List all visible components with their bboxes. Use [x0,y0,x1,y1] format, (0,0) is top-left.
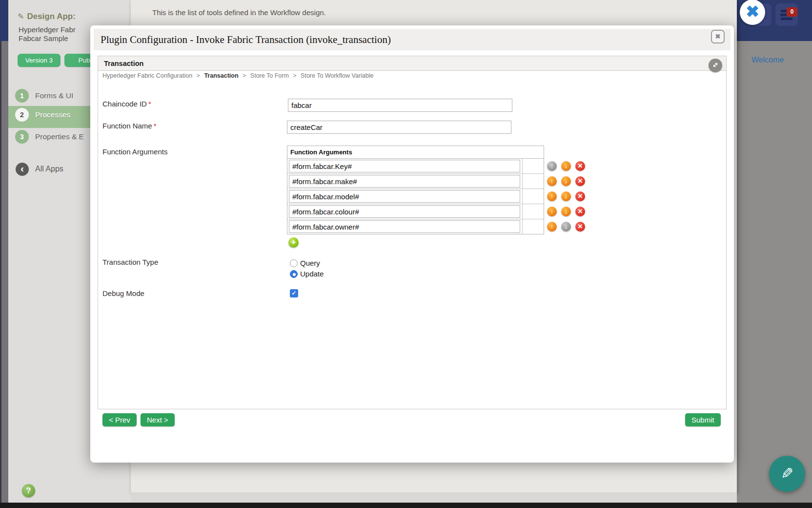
table-row [287,189,544,204]
welcome-link[interactable]: Welcome [751,56,784,64]
left-edge-strip [0,41,8,508]
tools-description-text: This is the list of tools defined in the… [152,8,326,17]
delete-row-icon[interactable]: ✕ [575,191,585,201]
next-button[interactable]: Next > [141,413,175,426]
required-marker: * [148,100,151,108]
step-number: 2 [15,108,29,122]
wizard-breadcrumb: Hyperledger Fabric Configuration > Trans… [102,72,373,79]
table-header: Function Arguments [287,146,544,159]
back-arrow-icon: ‹ [16,163,29,176]
argument-input[interactable] [289,220,520,233]
sidebar-item-label: Properties & E [35,132,84,141]
below-panel-strip [131,492,737,503]
section-title: Transaction [104,56,143,71]
debug-mode-label: Debug Mode [102,289,144,297]
move-down-icon: ↓ [561,222,571,232]
row-controls: ↑ ↓ ✕ [547,207,596,216]
delete-row-icon[interactable]: ✕ [575,176,585,186]
dialog-close-button[interactable]: ✖ [711,30,725,43]
debug-mode-checkbox[interactable]: ✓ [290,289,298,297]
function-name-label: Function Name* [102,122,157,130]
help-button[interactable]: ? [22,484,35,497]
breadcrumb-segment: Store To Workflow Variable [301,72,373,79]
breadcrumb-segment: Store To Form [250,72,289,79]
table-row [287,174,544,189]
design-app-heading: ✎Design App: [18,12,76,21]
app-name-line2: Fabcar Sample [19,34,76,43]
add-argument-button[interactable]: + [288,237,299,248]
section-header: Transaction [98,56,726,71]
breadcrumb-separator: > [293,72,296,79]
argument-input[interactable] [289,175,520,188]
required-marker: * [154,122,157,130]
move-up-icon[interactable]: ↑ [547,222,557,232]
sidebar-item-label: Processes [35,110,70,119]
breadcrumb-separator: > [197,72,200,79]
argument-input[interactable] [289,190,520,203]
row-controls: ↑ ↓ ✕ [547,222,596,232]
chaincode-id-label: Chaincode ID* [102,100,151,108]
app-name-line1: Hyperledger Fabr [19,25,76,34]
argument-input[interactable] [289,160,520,172]
move-down-icon[interactable]: ↓ [561,176,571,186]
move-down-icon[interactable]: ↓ [561,207,571,216]
app-name: Hyperledger Fabr Fabcar Sample [19,25,76,43]
move-up-icon[interactable]: ↑ [547,191,557,201]
notification-badge: 0 [787,7,797,17]
close-x-icon: ✖ [746,2,759,21]
table-row [287,159,544,174]
table-row [287,219,544,234]
edit-fab-button[interactable]: ✎ [769,456,805,492]
sidebar-item-label: Forms & UI [35,91,73,100]
dialog-titlebar: Plugin Configuration - Invoke Fabric Tra… [94,29,731,50]
function-arguments-table: Function Arguments [287,146,544,234]
pencil-icon: ✎ [781,456,793,492]
step-number: 3 [15,130,29,144]
submit-button[interactable]: Submit [685,413,721,426]
move-down-icon[interactable]: ↓ [561,161,571,171]
move-down-icon[interactable]: ↓ [561,191,571,201]
floating-close-button[interactable]: ✖ [740,0,765,25]
step-number: 1 [15,89,29,103]
dialog-title: Plugin Configuration - Invoke Fabric Tra… [101,29,391,50]
move-up-icon: ↑ [547,161,557,171]
chaincode-id-input[interactable] [288,99,512,112]
all-apps-label: All Apps [35,165,63,173]
expand-dialog-button[interactable] [709,59,722,72]
expand-icon [711,61,719,69]
argument-input[interactable] [289,205,520,218]
move-up-icon[interactable]: ↑ [547,207,557,216]
radio-query-label[interactable]: Query [300,259,320,267]
breadcrumb-segment-current: Transaction [204,72,238,79]
table-row [287,204,544,219]
prev-button[interactable]: < Prev [102,413,137,426]
radio-update-label[interactable]: Update [300,270,324,278]
checkmark-icon: ✓ [291,290,296,296]
function-name-input[interactable] [287,121,511,134]
plugin-configuration-dialog: Plugin Configuration - Invoke Fabric Tra… [90,25,734,463]
edit-pencil-icon: ✎ [18,12,24,21]
row-controls: ↑ ↓ ✕ [547,176,596,186]
transaction-type-label: Transaction Type [102,258,158,266]
radio-update[interactable] [290,270,298,278]
breadcrumb-segment: Hyperledger Fabric Configuration [102,72,192,79]
close-x-icon: ✖ [715,33,721,40]
bottom-black-bar [0,503,812,508]
version-badge[interactable]: Version 3 [18,54,61,67]
delete-row-icon[interactable]: ✕ [575,161,585,171]
function-arguments-label: Function Arguments [102,148,167,156]
row-controls: ↑ ↓ ✕ [547,191,596,201]
delete-row-icon[interactable]: ✕ [575,222,585,232]
radio-query[interactable] [290,259,298,267]
row-controls: ↑ ↓ ✕ [547,161,596,171]
move-up-icon[interactable]: ↑ [547,176,557,186]
delete-row-icon[interactable]: ✕ [575,207,585,216]
breadcrumb-separator: > [243,72,246,79]
